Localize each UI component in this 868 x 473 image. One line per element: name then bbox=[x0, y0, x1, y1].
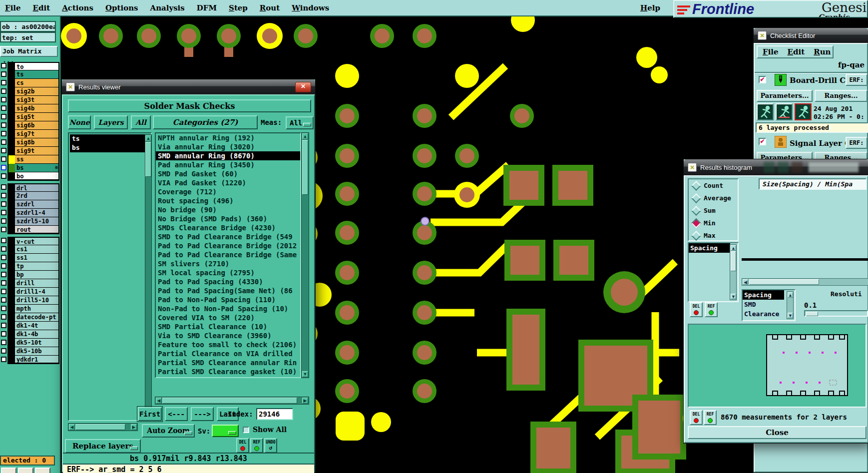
layer-row-2rd[interactable]: 2rd bbox=[0, 192, 59, 200]
layer-checkbox[interactable] bbox=[1, 210, 6, 215]
layer-name[interactable]: ts bbox=[15, 70, 58, 79]
layer-color-swatch[interactable] bbox=[8, 130, 15, 138]
layer-color-swatch[interactable] bbox=[8, 296, 15, 305]
stat-radio-average[interactable]: Average bbox=[689, 192, 738, 204]
meas-dropdown[interactable]: All bbox=[286, 116, 314, 129]
layer-checkbox[interactable] bbox=[1, 357, 6, 362]
layer-name[interactable]: dk5-10t bbox=[15, 339, 58, 347]
layer-name[interactable]: ss bbox=[15, 155, 58, 164]
layer-row-drill1-4[interactable]: drill1-4 bbox=[0, 288, 59, 296]
resolution-slider[interactable] bbox=[804, 310, 868, 317]
layer-color-swatch[interactable] bbox=[8, 70, 15, 79]
auto-zoom-dropdown[interactable]: Auto Zoom bbox=[142, 424, 195, 438]
layer-row-drill5-10[interactable]: drill5-10 bbox=[0, 296, 59, 305]
category-item[interactable]: NPTH annular Ring (192) bbox=[156, 133, 300, 142]
category-item[interactable]: Partial SMD Clearance gasket (10) bbox=[156, 367, 300, 376]
layer-color-swatch[interactable] bbox=[8, 184, 15, 192]
layer-row-mpth[interactable]: mpth bbox=[0, 305, 59, 313]
ref-button[interactable]: REF bbox=[704, 410, 717, 425]
layer-name[interactable]: sig6b bbox=[15, 121, 58, 130]
del-button[interactable]: DEL bbox=[690, 302, 703, 317]
checklist-editor-titlebar[interactable]: ✕ Checklist Editor bbox=[754, 28, 868, 43]
layer-checkbox[interactable] bbox=[1, 131, 6, 136]
scrollbar-thumb[interactable] bbox=[145, 142, 151, 177]
menu-actions[interactable]: Actions bbox=[62, 3, 93, 12]
category-item[interactable]: SMD annular Ring (8670) bbox=[156, 151, 300, 160]
run-icon[interactable] bbox=[776, 103, 793, 120]
scroll-right-arrow-icon[interactable]: ▶ bbox=[131, 424, 137, 430]
categories-scrollbar[interactable]: ▲ ▼ bbox=[301, 132, 309, 378]
category-item[interactable]: Pad to Pad Spacing(Same Net) (86 bbox=[156, 286, 300, 295]
radio-diamond-icon[interactable] bbox=[691, 193, 701, 203]
layer-color-swatch[interactable] bbox=[8, 288, 15, 296]
layer-row-bp[interactable]: bp bbox=[0, 271, 59, 279]
layer-color-swatch[interactable] bbox=[8, 79, 15, 87]
layer-checkbox[interactable] bbox=[1, 289, 6, 294]
layer-color-swatch[interactable] bbox=[8, 339, 15, 347]
layer-row-sig5t[interactable]: sig5t bbox=[0, 113, 59, 121]
layer-row-bo[interactable]: bo bbox=[0, 172, 59, 181]
scrollbar-thumb[interactable] bbox=[75, 424, 125, 430]
attr-item-spacing[interactable]: Spacing bbox=[743, 290, 784, 300]
category-item[interactable]: SMDs Clearance Bridge (4230) bbox=[156, 223, 300, 232]
layer-checkbox[interactable] bbox=[1, 255, 6, 260]
layer-checkbox[interactable] bbox=[1, 63, 6, 68]
layer-color-swatch[interactable] bbox=[8, 172, 15, 180]
layer-color-swatch[interactable] bbox=[8, 347, 15, 356]
ref-button[interactable]: REF bbox=[705, 302, 718, 317]
layer-color-swatch[interactable] bbox=[8, 313, 15, 322]
layer-checkbox[interactable] bbox=[1, 184, 6, 190]
scrollbar-thumb[interactable] bbox=[302, 140, 308, 195]
layer-checkbox[interactable] bbox=[1, 323, 6, 328]
layer-checkbox[interactable] bbox=[1, 71, 6, 77]
category-item[interactable]: SM slivers (2710) bbox=[156, 259, 300, 268]
layer-name[interactable]: bp bbox=[15, 271, 58, 279]
category-item[interactable]: SMD Pad Gasket (60) bbox=[156, 169, 300, 178]
layer-color-swatch[interactable] bbox=[8, 238, 15, 245]
layer-name[interactable]: ydkdr1 bbox=[15, 356, 58, 363]
layer-color-swatch[interactable] bbox=[8, 305, 15, 313]
layer-row-drill[interactable]: drill bbox=[0, 279, 59, 288]
layer-name[interactable]: sig8b bbox=[15, 138, 58, 147]
scrollbar-thumb[interactable] bbox=[162, 398, 297, 404]
layer-name[interactable]: v-cut bbox=[15, 238, 58, 245]
layer-checkbox[interactable] bbox=[1, 122, 6, 128]
layer-name[interactable]: sig3t bbox=[15, 96, 58, 104]
layer-name[interactable]: drl bbox=[15, 184, 58, 192]
toolbar-stub-button[interactable] bbox=[35, 468, 50, 473]
layer-name[interactable]: szdrl5-10 bbox=[15, 217, 58, 226]
layer-checkbox[interactable] bbox=[1, 314, 6, 320]
layer-color-swatch[interactable] bbox=[8, 200, 15, 209]
layer-checkbox[interactable] bbox=[1, 272, 6, 277]
radio-diamond-icon[interactable] bbox=[691, 206, 701, 216]
stat-radio-max[interactable]: Max bbox=[689, 229, 738, 242]
scroll-down-arrow-icon[interactable]: ▼ bbox=[302, 371, 308, 377]
filter-all-button[interactable]: All bbox=[131, 115, 151, 129]
layer-row-to[interactable]: to bbox=[0, 62, 59, 70]
category-item[interactable]: Via to SMD Clearance (3960) bbox=[156, 331, 300, 340]
show-all-checkbox[interactable] bbox=[243, 427, 249, 433]
check-item-1-erf-button[interactable]: ERF: bbox=[846, 74, 868, 86]
layer-color-swatch[interactable] bbox=[8, 63, 15, 70]
category-item[interactable]: Pad annular Ring (3450) bbox=[156, 160, 300, 169]
layer-row-drl[interactable]: drl bbox=[0, 183, 59, 192]
layer-row-szdrl1-4[interactable]: szdrl1-4 bbox=[0, 209, 59, 217]
run-icon-active[interactable] bbox=[795, 103, 812, 120]
layer-row-v-cut[interactable]: v-cut bbox=[0, 237, 59, 245]
layer-row-dk1-4b[interactable]: dk1-4b bbox=[0, 330, 59, 339]
prev-button[interactable]: <--- bbox=[165, 407, 188, 421]
layer-row-sig4b[interactable]: sig4b bbox=[0, 104, 59, 113]
category-item[interactable]: Pad to Non-Pad Spacing (110) bbox=[156, 295, 300, 304]
del-button[interactable]: DEL bbox=[690, 410, 703, 425]
toolbar-stub-button[interactable] bbox=[1, 468, 16, 473]
category-item[interactable]: Partial Clearance on VIA drilled bbox=[156, 349, 300, 358]
checklist-menu-file[interactable]: File bbox=[763, 47, 779, 56]
layer-row-rout[interactable]: rout bbox=[0, 226, 59, 234]
scroll-up-arrow-icon[interactable]: ▲ bbox=[302, 133, 308, 139]
job-field[interactable]: ob : as00200ea0 bbox=[0, 21, 56, 32]
layer-color-swatch[interactable] bbox=[8, 279, 15, 288]
layer-name[interactable]: mpth bbox=[15, 305, 58, 313]
category-item[interactable]: Rout spacing (496) bbox=[156, 196, 300, 205]
layer-checkbox[interactable] bbox=[1, 165, 6, 170]
menu-analysis[interactable]: Analysis bbox=[150, 3, 185, 12]
